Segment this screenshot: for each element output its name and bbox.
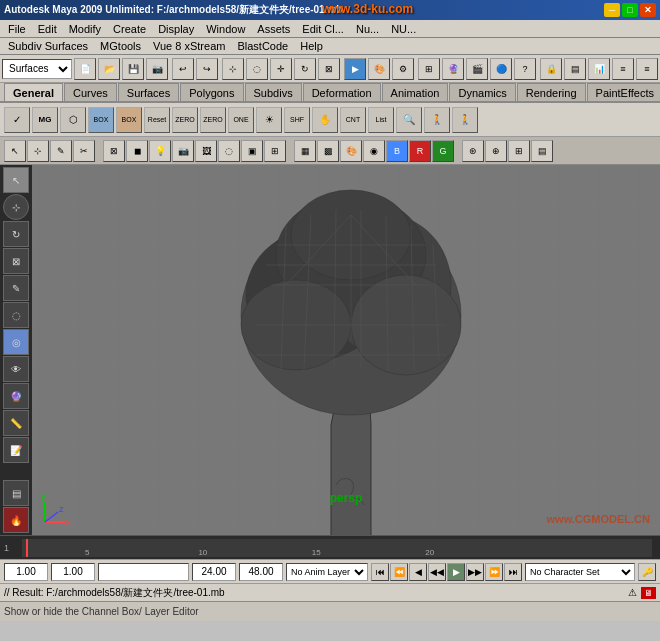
tb-icon-lock[interactable]: 🔒 xyxy=(540,58,562,80)
tool-move[interactable]: ⊹ xyxy=(3,194,29,220)
menu-editcl[interactable]: Edit Cl... xyxy=(296,22,350,36)
mode-select[interactable]: Surfaces Polygons Animation xyxy=(2,59,72,79)
vp-select-tool[interactable]: ↖ xyxy=(4,140,26,162)
shelf-icon-person1[interactable]: 🚶 xyxy=(424,107,450,133)
vp-icon-tex[interactable]: ⊠ xyxy=(103,140,125,162)
tb-icon-lasso[interactable]: ◌ xyxy=(246,58,268,80)
tool-fire[interactable]: 🔥 xyxy=(3,507,29,533)
menu-window[interactable]: Window xyxy=(200,22,251,36)
transport-prev[interactable]: ◀ xyxy=(409,563,427,581)
menu-help[interactable]: Help xyxy=(294,39,329,53)
tb-icon-deform[interactable]: 🔵 xyxy=(490,58,512,80)
menu-create[interactable]: Create xyxy=(107,22,152,36)
tab-deformation[interactable]: Deformation xyxy=(303,83,381,101)
vp-icon-r[interactable]: R xyxy=(409,140,431,162)
shelf-icon-cnt[interactable]: CNT xyxy=(340,107,366,133)
window-controls[interactable]: ─ □ ✕ xyxy=(604,3,656,17)
shelf-icon-mg[interactable]: MG xyxy=(32,107,58,133)
tb-icon-render[interactable]: ▶ xyxy=(344,58,366,80)
vp-icon-light2[interactable]: 💡 xyxy=(149,140,171,162)
shelf-icon-reset[interactable]: Reset xyxy=(144,107,170,133)
transport-start[interactable]: ⏮ xyxy=(371,563,389,581)
tool-annotation[interactable]: 📝 xyxy=(3,437,29,463)
transport-play-backward[interactable]: ◀◀ xyxy=(428,563,446,581)
tb-icon-open[interactable]: 📂 xyxy=(98,58,120,80)
tool-camera[interactable]: 👁 xyxy=(3,356,29,382)
close-button[interactable]: ✕ xyxy=(640,3,656,17)
vp-icon-4[interactable]: ✂ xyxy=(73,140,95,162)
transport-end[interactable]: ⏭ xyxy=(504,563,522,581)
min-time-input[interactable] xyxy=(51,563,95,581)
tab-painteffects[interactable]: PaintEffects xyxy=(587,83,660,101)
tab-surfaces[interactable]: Surfaces xyxy=(118,83,179,101)
shelf-icon-circle[interactable]: ⬡ xyxy=(60,107,86,133)
tb-icon-select[interactable]: ⊹ xyxy=(222,58,244,80)
menu-nu[interactable]: Nu... xyxy=(350,22,385,36)
vp-icon-panel[interactable]: ▤ xyxy=(531,140,553,162)
tool-sculpt[interactable]: ◎ xyxy=(3,329,29,355)
shelf-icon-sun[interactable]: ☀ xyxy=(256,107,282,133)
vp-icon-xray[interactable]: ⊛ xyxy=(462,140,484,162)
vp-icon-img[interactable]: 🖼 xyxy=(195,140,217,162)
tool-snap[interactable]: 🔮 xyxy=(3,383,29,409)
shelf-icon-box1[interactable]: BOX xyxy=(88,107,114,133)
menu-subdiv[interactable]: Subdiv Surfaces xyxy=(2,39,94,53)
anim-layer-select[interactable]: No Anim Layer xyxy=(286,563,368,581)
character-set-select[interactable]: No Character Set xyxy=(525,563,635,581)
shelf-icon-search[interactable]: 🔍 xyxy=(396,107,422,133)
vp-icon-solid[interactable]: ▩ xyxy=(317,140,339,162)
menu-edit[interactable]: Edit xyxy=(32,22,63,36)
tb-icon-anim[interactable]: 🎬 xyxy=(466,58,488,80)
range-start-input[interactable] xyxy=(192,563,236,581)
timeline-track[interactable]: 5 10 15 20 xyxy=(22,539,652,557)
transport-play-forward[interactable]: ▶▶ xyxy=(466,563,484,581)
transport-prev-frame[interactable]: ⏪ xyxy=(390,563,408,581)
transport-next[interactable]: ⏩ xyxy=(485,563,503,581)
tool-paint[interactable]: ✎ xyxy=(3,275,29,301)
tb-icon-layers[interactable]: 📊 xyxy=(588,58,610,80)
tb-icon-options[interactable]: ⚙ xyxy=(392,58,414,80)
tb-icon-snap[interactable]: 🔮 xyxy=(442,58,464,80)
vp-icon-b[interactable]: B xyxy=(386,140,408,162)
tool-select[interactable]: ↖ xyxy=(3,167,29,193)
menu-display[interactable]: Display xyxy=(152,22,200,36)
shelf-icon-one[interactable]: ONE xyxy=(228,107,254,133)
vp-icon-smooth[interactable]: ◉ xyxy=(363,140,385,162)
tb-icon-camera[interactable]: 📷 xyxy=(146,58,168,80)
vp-icon-3[interactable]: ✎ xyxy=(50,140,72,162)
vp-icon-disp[interactable]: ▣ xyxy=(241,140,263,162)
current-time-input[interactable] xyxy=(4,563,48,581)
tb-icon-save[interactable]: 💾 xyxy=(122,58,144,80)
vp-icon-shdw[interactable]: ◌ xyxy=(218,140,240,162)
tab-curves[interactable]: Curves xyxy=(64,83,117,101)
tab-animation[interactable]: Animation xyxy=(382,83,449,101)
vp-icon-uv[interactable]: ⊞ xyxy=(264,140,286,162)
range-end-input[interactable] xyxy=(239,563,283,581)
vp-icon-g[interactable]: G xyxy=(432,140,454,162)
menu-file[interactable]: File xyxy=(2,22,32,36)
vp-icon-cam[interactable]: 📷 xyxy=(172,140,194,162)
shelf-icon-shf[interactable]: SHF xyxy=(284,107,310,133)
menu-mgtools[interactable]: MGtools xyxy=(94,39,147,53)
tb-icon-scale[interactable]: ⊠ xyxy=(318,58,340,80)
tb-icon-grid[interactable]: ⊞ xyxy=(418,58,440,80)
tool-measure[interactable]: 📏 xyxy=(3,410,29,436)
shelf-icon-zero2[interactable]: ZERO xyxy=(200,107,226,133)
minimize-button[interactable]: ─ xyxy=(604,3,620,17)
tab-general[interactable]: General xyxy=(4,83,63,101)
menu-modify[interactable]: Modify xyxy=(63,22,107,36)
tab-subdivs[interactable]: Subdivs xyxy=(245,83,302,101)
vp-icon-2[interactable]: ⊹ xyxy=(27,140,49,162)
shelf-icon-person2[interactable]: 🚶 xyxy=(452,107,478,133)
vp-icon-tex2[interactable]: 🎨 xyxy=(340,140,362,162)
shelf-icon-list[interactable]: List xyxy=(368,107,394,133)
character-key-btn[interactable]: 🔑 xyxy=(638,563,656,581)
tool-soft[interactable]: ◌ xyxy=(3,302,29,328)
tool-layers[interactable]: ▤ xyxy=(3,480,29,506)
tab-dynamics[interactable]: Dynamics xyxy=(449,83,515,101)
maximize-button[interactable]: □ xyxy=(622,3,638,17)
menu-blastcode[interactable]: BlastCode xyxy=(231,39,294,53)
tb-icon-new[interactable]: 📄 xyxy=(74,58,96,80)
vp-icon-wire[interactable]: ▦ xyxy=(294,140,316,162)
vp-icon-iso[interactable]: ⊕ xyxy=(485,140,507,162)
